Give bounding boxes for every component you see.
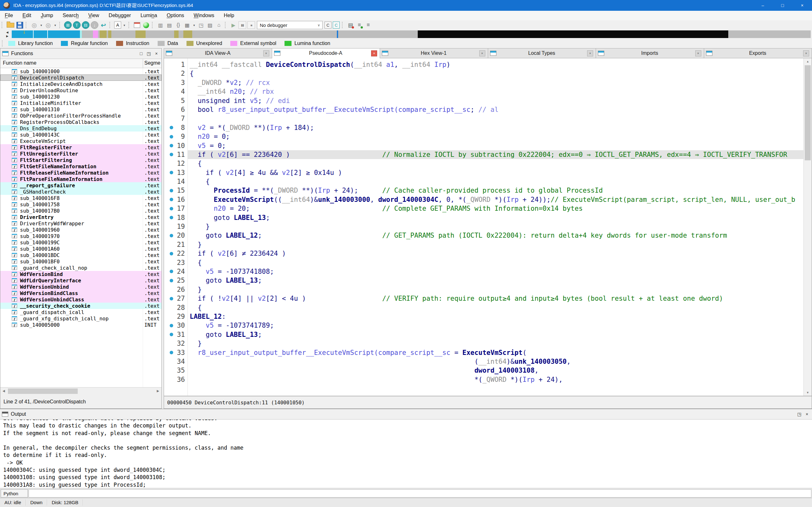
identifier[interactable]: Irp bbox=[507, 196, 519, 204]
code-line[interactable]: 10 v5 = 0; bbox=[164, 141, 804, 150]
identifier[interactable]: Irp bbox=[434, 61, 446, 68]
identifier[interactable]: dword_140003108 bbox=[474, 367, 535, 374]
code-line[interactable]: 24 v5 = -1073741808; bbox=[164, 267, 804, 276]
identifier[interactable]: LABEL_12 bbox=[226, 232, 258, 239]
pseudocode-view[interactable]: 1__int64 __fastcall DeviceControlDispatc… bbox=[164, 58, 812, 396]
identifier[interactable]: r8_user_input_output_buffer__ExecuteVmSc… bbox=[198, 349, 450, 356]
menu-debugger[interactable]: Debugger bbox=[104, 13, 136, 18]
python-input[interactable] bbox=[29, 489, 811, 498]
close-button[interactable]: × bbox=[153, 51, 160, 56]
tab-ida-view-a[interactable]: IDA View-A× bbox=[164, 48, 272, 58]
identifier[interactable]: DeviceControlDispatch bbox=[266, 61, 350, 68]
debug-start-icon[interactable]: ▶ bbox=[230, 21, 237, 29]
code-line[interactable]: 35 dword_140003108, bbox=[164, 366, 804, 375]
function-row[interactable]: fFltGetFileNameInformation.text bbox=[0, 163, 161, 170]
identifier[interactable]: v5 bbox=[250, 97, 258, 105]
pseudocode-vertical-scrollbar[interactable]: ▲ ▼ bbox=[803, 58, 812, 396]
tab-exports[interactable]: Exports× bbox=[704, 48, 812, 58]
identifier[interactable]: unk_140003000 bbox=[318, 196, 370, 204]
navband-left-arrow-icon[interactable]: ◀ bbox=[6, 31, 9, 34]
maximize-button[interactable]: □ bbox=[137, 51, 145, 56]
code-line[interactable]: 22 if ( v2[6] ≠ 2236424 ) bbox=[164, 249, 804, 258]
scrollbar-thumb[interactable] bbox=[8, 389, 78, 394]
function-row[interactable]: fsub_140001A60.text bbox=[0, 245, 161, 252]
function-row[interactable]: fsub_140005000INIT bbox=[0, 322, 161, 328]
menu-edit[interactable]: Edit bbox=[18, 13, 36, 18]
scroll-down-arrow-icon[interactable]: ▼ bbox=[804, 389, 812, 396]
functions-horizontal-scrollbar[interactable]: ◀ ▶ bbox=[0, 387, 161, 395]
function-row[interactable]: f_guard_xfg_dispatch_icall_nop.text bbox=[0, 315, 161, 322]
code-line[interactable]: 27 if ( !v2[4] || v2[2] < 4u ) // VERIFY… bbox=[164, 294, 804, 303]
identifier[interactable]: Irp bbox=[318, 187, 330, 194]
identifier[interactable]: r8_user_input_output_buffer__ExecuteVmSc… bbox=[218, 106, 471, 113]
function-row[interactable]: f__security_check_cookie.text bbox=[0, 302, 161, 309]
float-button[interactable]: ◳ bbox=[796, 412, 803, 417]
minimize-button[interactable]: – bbox=[753, 0, 773, 11]
duplicate-window-icon[interactable]: ◳ bbox=[197, 21, 205, 29]
home-icon[interactable]: ⌂ bbox=[215, 21, 223, 29]
navband-right-arrow-icon[interactable]: ▶ bbox=[6, 34, 9, 38]
function-row[interactable]: fFltParseFileNameInformation.text bbox=[0, 176, 161, 182]
scroll-right-arrow-icon[interactable]: ▶ bbox=[157, 389, 159, 393]
code-line[interactable]: 25 goto LABEL_13; bbox=[164, 276, 804, 285]
identifier[interactable]: LABEL_13 bbox=[234, 214, 266, 222]
code-line[interactable]: 16 ExecuteVmScript((__int64)&unk_1400030… bbox=[164, 195, 804, 204]
identifier[interactable]: n20 bbox=[214, 205, 226, 212]
attach-process-icon[interactable]: C bbox=[324, 21, 332, 29]
code-line[interactable]: 14 { bbox=[164, 177, 804, 186]
function-row[interactable]: fDns_EndDebug.text bbox=[0, 125, 161, 131]
function-row[interactable]: fDeviceControlDispatch.text bbox=[0, 74, 161, 81]
function-row[interactable]: fWdfVersionUnbindClass.text bbox=[0, 296, 161, 302]
grid-dropdown-icon[interactable]: ▾ bbox=[192, 21, 196, 29]
tab-close-icon[interactable]: × bbox=[479, 50, 485, 56]
code-line[interactable]: 32 } bbox=[164, 339, 804, 348]
code-line[interactable]: 1__int64 __fastcall DeviceControlDispatc… bbox=[164, 60, 804, 69]
scrollbar-thumb[interactable] bbox=[805, 65, 811, 160]
close-button[interactable]: × bbox=[803, 412, 811, 417]
edit-icon[interactable]: ▨ bbox=[206, 21, 214, 29]
nav-back-icon[interactable]: ◎ bbox=[31, 21, 38, 29]
function-row[interactable]: fInitializeDeviceAndDispatch.text bbox=[0, 81, 161, 87]
jump-address-icon[interactable]: ⊞ bbox=[64, 21, 72, 29]
menu-view[interactable]: View bbox=[84, 13, 104, 18]
identifier[interactable]: v2 bbox=[198, 124, 206, 131]
identifier[interactable]: v2 bbox=[226, 169, 234, 176]
menu-lumina[interactable]: Lumina bbox=[136, 13, 162, 18]
function-row[interactable]: fWdfLdrQueryInterface.text bbox=[0, 277, 161, 284]
paste-icon[interactable]: ▤ bbox=[165, 21, 173, 29]
navigation-band[interactable] bbox=[12, 31, 811, 38]
code-line[interactable]: 9 n20 = 0; bbox=[164, 132, 804, 141]
tab-imports[interactable]: Imports× bbox=[596, 48, 704, 58]
copy-icon[interactable]: ▥ bbox=[157, 21, 164, 29]
identifier[interactable]: v2 bbox=[222, 295, 230, 302]
function-row[interactable]: fObPreOperationFilterProcessHandle.text bbox=[0, 112, 161, 119]
code-line[interactable]: 8 v2 = *(_DWORD **)(Irp + 184); bbox=[164, 123, 804, 132]
code-line[interactable]: 2{ bbox=[164, 69, 804, 78]
output-window-icon[interactable]: ▤ bbox=[347, 21, 354, 29]
code-line[interactable]: 18 goto LABEL_13; bbox=[164, 213, 804, 222]
identifier[interactable]: v2 bbox=[230, 79, 238, 87]
nav-forward-dropdown-icon[interactable]: ▾ bbox=[53, 21, 57, 29]
code-line[interactable]: 12 { bbox=[164, 159, 804, 168]
tab-pseudocode-a[interactable]: Pseudocode-A× bbox=[272, 48, 380, 58]
menu-jump[interactable]: Jump bbox=[36, 13, 58, 18]
function-row[interactable]: fDriverEntry.text bbox=[0, 214, 161, 220]
code-line[interactable]: 3 _DWORD *v2; // rcx bbox=[164, 78, 804, 87]
function-row[interactable]: fsub_1400017B0.text bbox=[0, 208, 161, 214]
functions-column-header[interactable]: Function name Segme bbox=[0, 59, 161, 68]
lumina-icon[interactable] bbox=[142, 21, 150, 29]
function-row[interactable]: fsub_140001BF0.text bbox=[0, 258, 161, 265]
function-row[interactable]: f_GSHandlerCheck.text bbox=[0, 188, 161, 195]
function-row[interactable]: fsub_140001970.text bbox=[0, 233, 161, 239]
code-line[interactable]: 4 __int64 n20; // rbx bbox=[164, 87, 804, 96]
identifier[interactable]: Irp bbox=[270, 124, 282, 131]
identifier[interactable]: n20 bbox=[230, 88, 242, 95]
function-row[interactable]: fWdfVersionUnbind.text bbox=[0, 284, 161, 290]
function-row[interactable]: fsub_14000199C.text bbox=[0, 239, 161, 245]
column-function-name[interactable]: Function name bbox=[3, 60, 37, 66]
debug-stop-icon[interactable]: ■ bbox=[247, 21, 255, 29]
function-row[interactable]: fsub_14000143C.text bbox=[0, 131, 161, 138]
watch-list-icon[interactable]: ≡ bbox=[364, 21, 372, 29]
continue-process-icon[interactable]: C bbox=[333, 21, 340, 29]
identifier[interactable]: LABEL_13 bbox=[226, 277, 258, 284]
